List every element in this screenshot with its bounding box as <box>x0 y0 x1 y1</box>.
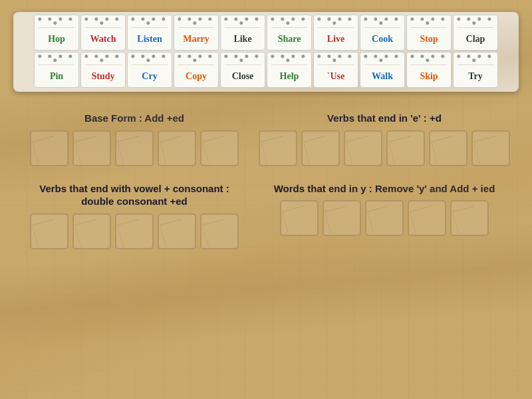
drop-box-double-consonant-0[interactable] <box>30 213 68 249</box>
verb-card-like[interactable]: Like <box>220 15 265 51</box>
card-label: Clap <box>466 34 485 45</box>
drop-box-end-in-e-3[interactable] <box>386 130 425 166</box>
verb-card-study[interactable]: Study <box>80 52 126 88</box>
verb-card-share[interactable]: Share <box>267 15 312 51</box>
section-title-double-consonant: Verbs that end with vowel + consonant : … <box>23 176 245 213</box>
drop-box-base-form-4[interactable] <box>200 130 239 166</box>
drop-box-end-in-e-5[interactable] <box>471 130 510 166</box>
verb-card-cry[interactable]: Cry <box>127 52 172 88</box>
verb-card-cook[interactable]: Cook <box>360 15 405 51</box>
card-label: Close <box>232 71 254 82</box>
card-label: Study <box>91 71 114 82</box>
drop-box-end-in-y-4[interactable] <box>450 200 489 236</box>
verb-card-marry[interactable]: Marry <box>174 15 219 51</box>
card-label: Watch <box>90 34 116 45</box>
card-row-2: PinStudyCryCopyCloseHelp`UseWalkSkipTry <box>16 52 516 88</box>
card-label: Listen <box>137 34 162 45</box>
section-title-end-in-e: Verbs that end in 'e' : +d <box>252 105 517 130</box>
card-label: Like <box>233 34 251 45</box>
section-end-in-e: Verbs that end in 'e' : +d <box>249 105 523 176</box>
verb-card-help[interactable]: Help <box>267 52 312 88</box>
drop-box-double-consonant-3[interactable] <box>158 213 196 249</box>
card-label: Stop <box>420 34 438 45</box>
verb-card-close[interactable]: Close <box>220 52 265 88</box>
section-end-in-y: Words that end in y : Remove 'y' and Add… <box>249 176 523 259</box>
verb-card-watch[interactable]: Watch <box>80 15 126 51</box>
drop-box-end-in-e-2[interactable] <box>344 130 382 166</box>
drop-box-double-consonant-1[interactable] <box>72 213 111 249</box>
verb-card-pin[interactable]: Pin <box>34 52 79 88</box>
drop-zone-end-in-y[interactable] <box>252 200 517 245</box>
verb-card-live[interactable]: Live <box>313 15 358 51</box>
card-label: Help <box>280 71 299 82</box>
verb-card-skip[interactable]: Skip <box>406 52 452 88</box>
card-label: Hop <box>48 34 65 45</box>
card-label: Walk <box>372 71 393 82</box>
drop-box-base-form-1[interactable] <box>72 130 111 166</box>
drop-box-base-form-3[interactable] <box>158 130 196 166</box>
verb-card-clap[interactable]: Clap <box>453 15 498 51</box>
verb-card-`use[interactable]: `Use <box>313 52 358 88</box>
drop-box-end-in-y-3[interactable] <box>408 200 446 236</box>
drop-box-base-form-0[interactable] <box>30 130 68 166</box>
card-label: `Use <box>327 71 344 82</box>
drop-zone-base-form[interactable] <box>23 130 245 176</box>
verb-card-walk[interactable]: Walk <box>360 52 405 88</box>
drop-box-end-in-e-4[interactable] <box>429 130 467 166</box>
card-label: Marry <box>183 34 209 45</box>
verb-card-stop[interactable]: Stop <box>406 15 452 51</box>
card-label: Cook <box>372 34 393 45</box>
drop-box-end-in-e-1[interactable] <box>301 130 340 166</box>
drop-box-double-consonant-4[interactable] <box>200 213 239 249</box>
verb-card-try[interactable]: Try <box>453 52 498 88</box>
drop-zone-end-in-e[interactable] <box>252 130 517 176</box>
drop-box-end-in-y-0[interactable] <box>280 200 319 236</box>
drop-box-end-in-y-2[interactable] <box>365 200 404 236</box>
verb-card-listen[interactable]: Listen <box>127 15 172 51</box>
card-label: Skip <box>420 71 438 82</box>
section-title-end-in-y: Words that end in y : Remove 'y' and Add… <box>252 176 517 201</box>
verb-card-copy[interactable]: Copy <box>174 52 219 88</box>
drop-box-end-in-y-1[interactable] <box>323 200 361 236</box>
drop-zone-double-consonant[interactable] <box>23 213 245 259</box>
section-title-base-form: Base Form : Add +ed <box>23 105 245 130</box>
section-double-consonant: Verbs that end with vowel + consonant : … <box>17 176 249 259</box>
card-label: Cry <box>142 71 157 82</box>
card-label: Share <box>278 34 301 45</box>
card-label: Copy <box>186 71 207 82</box>
card-label: Pin <box>50 71 63 82</box>
verb-card-hop[interactable]: Hop <box>34 15 79 51</box>
drop-box-base-form-2[interactable] <box>115 130 154 166</box>
drop-box-end-in-e-0[interactable] <box>259 130 297 166</box>
card-strip: HopWatchListenMarryLikeShareLiveCookStop… <box>13 12 519 92</box>
drop-box-double-consonant-2[interactable] <box>115 213 154 249</box>
card-label: Try <box>468 71 483 82</box>
card-label: Live <box>327 34 344 45</box>
section-base-form: Base Form : Add +ed <box>17 105 249 176</box>
card-row-1: HopWatchListenMarryLikeShareLiveCookStop… <box>16 15 516 51</box>
